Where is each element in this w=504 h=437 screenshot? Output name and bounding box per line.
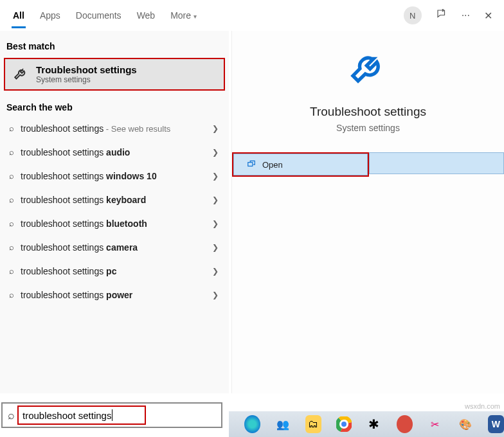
tab-apps[interactable]: Apps xyxy=(32,3,68,28)
avatar[interactable]: N xyxy=(404,6,422,24)
chevron-right-icon: ❯ xyxy=(212,195,219,204)
action-blank[interactable] xyxy=(369,152,505,174)
web-result[interactable]: ⌕ troubleshoot settings power ❯ xyxy=(0,283,229,307)
chevron-right-icon: ❯ xyxy=(212,148,219,157)
tab-documents[interactable]: Documents xyxy=(68,3,129,28)
word-icon[interactable]: W xyxy=(488,415,504,433)
detail-panel: Troubleshoot settings System settings Op… xyxy=(231,31,504,393)
paint-icon[interactable]: 🎨 xyxy=(457,415,473,433)
detail-title: Troubleshoot settings xyxy=(232,105,504,119)
results-panel: Best match Troubleshoot settings System … xyxy=(0,31,229,393)
open-button[interactable]: Open xyxy=(233,154,368,175)
web-result[interactable]: ⌕ troubleshoot settings windows 10 ❯ xyxy=(0,164,229,188)
web-result[interactable]: ⌕ troubleshoot settings audio ❯ xyxy=(0,140,229,164)
search-icon: ⌕ xyxy=(8,409,15,422)
svg-rect-0 xyxy=(248,162,253,166)
tab-web[interactable]: Web xyxy=(129,3,163,28)
best-match-subtitle: System settings xyxy=(36,75,137,84)
web-result[interactable]: ⌕ troubleshoot settings - See web result… xyxy=(0,116,229,140)
search-icon: ⌕ xyxy=(9,242,14,252)
search-icon: ⌕ xyxy=(9,266,14,276)
chevron-right-icon: ❯ xyxy=(212,219,219,228)
section-best-match: Best match xyxy=(0,33,229,55)
web-result[interactable]: ⌕ troubleshoot settings camera ❯ xyxy=(0,235,229,259)
search-box[interactable]: ⌕ troubleshoot settings xyxy=(1,402,222,428)
chevron-right-icon: ❯ xyxy=(212,243,219,252)
search-icon: ⌕ xyxy=(9,219,14,228)
chrome-icon[interactable] xyxy=(336,415,352,433)
search-icon: ⌕ xyxy=(9,171,14,181)
section-search-web: Search the web xyxy=(0,94,229,116)
search-input[interactable]: troubleshoot settings xyxy=(22,410,111,421)
tab-more[interactable]: More▾ xyxy=(163,3,204,28)
snip-icon[interactable]: ✂ xyxy=(427,415,443,433)
teams-icon[interactable]: 👥 xyxy=(274,415,291,433)
web-result[interactable]: ⌕ troubleshoot settings bluetooth ❯ xyxy=(0,211,229,235)
chevron-right-icon: ❯ xyxy=(212,290,219,299)
svg-point-5 xyxy=(341,422,346,427)
app-icon[interactable] xyxy=(397,415,413,433)
wrench-icon xyxy=(232,50,504,93)
chevron-right-icon: ❯ xyxy=(212,124,219,133)
search-icon: ⌕ xyxy=(9,123,14,133)
taskbar: 👥 🗂 ✱ ✂ 🎨 W xyxy=(229,411,504,437)
best-match-title: Troubleshoot settings xyxy=(36,64,137,75)
feedback-icon[interactable] xyxy=(436,8,447,22)
web-result[interactable]: ⌕ troubleshoot settings pc ❯ xyxy=(0,259,229,283)
web-result[interactable]: ⌕ troubleshoot settings keyboard ❯ xyxy=(0,188,229,211)
edge-icon[interactable] xyxy=(244,415,260,433)
close-icon[interactable]: ✕ xyxy=(484,10,492,22)
search-icon: ⌕ xyxy=(9,147,14,157)
open-icon xyxy=(247,159,256,170)
chevron-right-icon: ❯ xyxy=(212,267,219,276)
best-match-result[interactable]: Troubleshoot settings System settings xyxy=(4,58,225,91)
slack-icon[interactable]: ✱ xyxy=(366,415,382,433)
search-icon: ⌕ xyxy=(9,195,14,204)
search-icon: ⌕ xyxy=(9,290,14,299)
explorer-icon[interactable]: 🗂 xyxy=(305,415,321,433)
wrench-icon xyxy=(12,65,31,84)
more-icon[interactable]: ··· xyxy=(462,10,470,21)
chevron-right-icon: ❯ xyxy=(212,172,219,181)
tab-all[interactable]: All xyxy=(5,3,32,28)
detail-subtitle: System settings xyxy=(232,123,504,133)
